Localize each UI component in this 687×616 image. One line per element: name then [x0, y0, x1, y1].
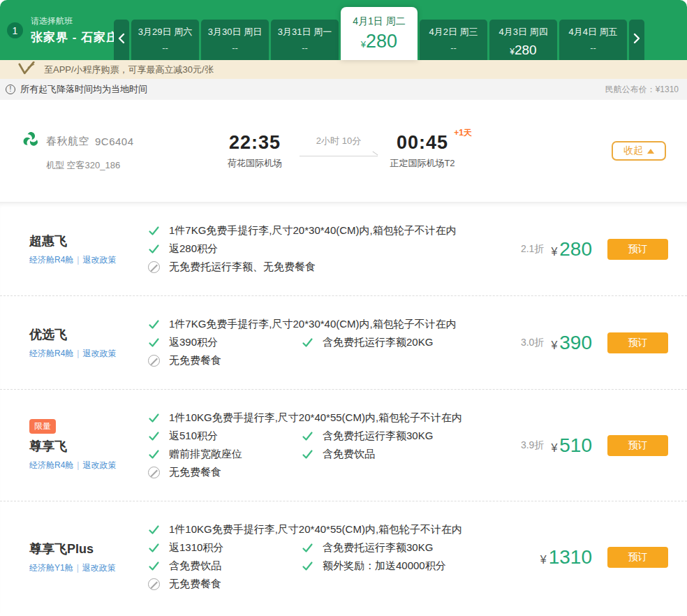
date-tab[interactable]: 3月29日 周六 -- — [131, 20, 199, 60]
check-icon — [302, 430, 313, 442]
fare-price: ¥280 — [551, 238, 592, 261]
prev-dates-button[interactable] — [114, 20, 129, 60]
discount-rate: 2.1折 — [521, 243, 544, 256]
flight-number: 9C6404 — [95, 135, 134, 147]
benefit-item: 含免费托运行李额30KG — [302, 541, 433, 555]
no-service-icon — [148, 261, 160, 273]
benefit-item: 1件10KG免费手提行李,尺寸20*40*55(CM)内,箱包轮子不计在内 — [148, 411, 462, 425]
discount-rate: 3.0折 — [521, 337, 544, 349]
benefit-item: 无免费餐食 — [148, 578, 302, 591]
check-icon — [302, 448, 313, 460]
airline-block: 春秋航空 9C6404 机型 空客320_186 — [21, 130, 220, 172]
cabin-class-link[interactable]: 经济舱R4舱 — [29, 460, 73, 470]
date-tab[interactable]: 4月3日 周四 ¥280 — [489, 20, 557, 60]
book-button[interactable]: 预订 — [607, 332, 668, 353]
refund-policy-link[interactable]: 退改政策 — [82, 255, 116, 265]
check-icon — [148, 448, 160, 460]
link-divider: | — [77, 460, 79, 470]
fare-benefits: 1件10KG免费手提行李,尺寸20*40*55(CM)内,箱包轮子不计在内 返5… — [148, 407, 500, 483]
book-button[interactable]: 预订 — [607, 547, 668, 568]
notice-bar: 所有起飞降落时间均为当地时间 民航公布价：¥1310 — [0, 79, 687, 100]
date-tab[interactable]: 4月4日 周五 -- — [559, 20, 627, 60]
fare-row: 优选飞 经济舱R4舱|退改政策 1件7KG免费手提行李,尺寸20*30*40(C… — [0, 295, 687, 389]
book-button[interactable]: 预订 — [607, 435, 668, 456]
fare-price: ¥510 — [551, 434, 592, 457]
next-dates-button[interactable] — [629, 20, 644, 60]
check-icon — [148, 318, 160, 330]
fare-info: 尊享飞Plus 经济舱Y1舱|退改政策 — [0, 541, 148, 574]
refund-policy-link[interactable]: 退改政策 — [82, 349, 116, 358]
fare-benefits: 1件7KG免费手提行李,尺寸20*30*40(CM)内,箱包轮子不计在内 返39… — [148, 314, 500, 372]
check-icon — [302, 542, 313, 554]
times-block: 22:35 荷花国际机场 2小时 10分 00:45+1天 正定国际机场T2 — [220, 132, 457, 170]
fare-info: 超惠飞 经济舱R4舱|退改政策 — [0, 233, 148, 266]
check-icon — [148, 524, 160, 536]
departure-block: 22:35 荷花国际机场 — [220, 132, 290, 170]
published-price: 民航公布价：¥1310 — [605, 84, 679, 96]
date-selector-bar: 1 请选择航班 张家界 - 石家庄 3月29日 周六 -- 3月30日 周日 -… — [0, 0, 687, 60]
cabin-class-link[interactable]: 经济舱R4舱 — [29, 349, 73, 358]
flight-duration: 2小时 10分 — [300, 135, 378, 147]
benefit-item: 无免费餐食 — [148, 466, 302, 479]
fare-row: 超惠飞 经济舱R4舱|退改政策 1件7KG免费手提行李,尺寸20*30*40(C… — [0, 203, 687, 295]
date-tab[interactable]: 3月31日 周一 -- — [271, 20, 339, 60]
fare-benefits: 1件7KG免费手提行李,尺寸20*30*40(CM)内,箱包轮子不计在内 返28… — [148, 220, 500, 278]
benefit-item: 无免费餐食 — [148, 354, 302, 367]
check-icon — [148, 412, 160, 424]
collapse-button[interactable]: 收起 — [612, 141, 666, 161]
step-indicator: 1 请选择航班 张家界 - 石家庄 — [7, 15, 119, 45]
fare-name: 尊享飞 — [29, 438, 148, 455]
date-tab[interactable]: 3月30日 周日 -- — [201, 20, 269, 60]
date-tabs: 3月29日 周六 -- 3月30日 周日 -- 3月31日 周一 -- 4月1日… — [114, 7, 647, 60]
departure-time: 22:35 — [229, 132, 281, 154]
fare-price-block: ¥1310 预订 — [500, 546, 687, 569]
check-icon — [302, 560, 313, 572]
duration-arrow-line — [300, 156, 378, 156]
date-tab[interactable]: 4月2日 周三 -- — [420, 20, 487, 60]
fare-list: 超惠飞 经济舱R4舱|退改政策 1件7KG免费手提行李,尺寸20*30*40(C… — [0, 202, 687, 613]
benefit-item: 含免费托运行李额30KG — [302, 430, 433, 443]
benefit-item: 含免费饮品 — [148, 559, 302, 573]
fare-price-block: 3.0折 ¥390 预订 — [500, 332, 687, 354]
benefit-item: 返390积分 — [148, 336, 302, 349]
fare-benefits: 1件10KG免费手提行李,尺寸20*40*55(CM)内,箱包轮子不计在内 返1… — [148, 519, 500, 595]
arrival-block: 00:45+1天 正定国际机场T2 — [387, 132, 457, 170]
arrival-time: 00:45+1天 — [397, 132, 448, 154]
check-icon — [148, 560, 160, 572]
fare-row: 限量 尊享飞 经济舱R4舱|退改政策 1件10KG免费手提行李,尺寸20*40*… — [0, 389, 687, 501]
airline-name: 春秋航空 — [46, 135, 89, 148]
benefit-item: 1件7KG免费手提行李,尺寸20*30*40(CM)内,箱包轮子不计在内 — [148, 318, 457, 331]
app-promo-banner: 至APP/小程序购票，可享最高立减30元/张 — [0, 60, 687, 79]
step-label: 请选择航班 — [31, 15, 119, 27]
refund-policy-link[interactable]: 退改政策 — [82, 460, 116, 470]
spring-airlines-logo-icon — [21, 130, 40, 152]
cabin-class-link[interactable]: 经济舱Y1舱 — [29, 563, 73, 573]
step-number-badge: 1 — [7, 22, 23, 38]
benefit-item: 返1310积分 — [148, 541, 302, 555]
benefit-item: 含免费饮品 — [302, 448, 375, 461]
limited-badge: 限量 — [29, 419, 56, 434]
check-icon — [302, 337, 313, 349]
benefit-item: 含免费托运行李额20KG — [302, 336, 433, 349]
aircraft-type: 机型 空客320_186 — [46, 159, 220, 172]
fare-name: 优选飞 — [29, 326, 148, 343]
duration-block: 2小时 10分 — [300, 132, 378, 156]
arrival-airport: 正定国际机场T2 — [387, 157, 457, 170]
refund-policy-link[interactable]: 退改政策 — [82, 563, 116, 573]
fare-name: 超惠飞 — [29, 233, 148, 249]
check-icon — [148, 542, 160, 554]
fare-name: 尊享飞Plus — [29, 541, 148, 557]
check-icon — [148, 430, 160, 442]
fare-price-block: 2.1折 ¥280 预订 — [500, 238, 687, 261]
date-tab-selected[interactable]: 4月1日 周二 ¥280 — [341, 7, 418, 60]
chevron-left-icon — [118, 33, 125, 47]
fare-price: ¥1310 — [540, 546, 592, 569]
flight-summary-card: 春秋航空 9C6404 机型 空客320_186 22:35 荷花国际机场 2小… — [0, 100, 687, 202]
benefit-item: 无免费托运行李额、无免费餐食 — [148, 261, 316, 274]
book-button[interactable]: 预订 — [607, 239, 668, 260]
discount-rate: 3.9折 — [521, 439, 544, 452]
spring-v-logo-icon — [18, 61, 35, 78]
no-service-icon — [148, 467, 160, 478]
link-divider: | — [77, 349, 79, 358]
cabin-class-link[interactable]: 经济舱R4舱 — [29, 255, 73, 265]
